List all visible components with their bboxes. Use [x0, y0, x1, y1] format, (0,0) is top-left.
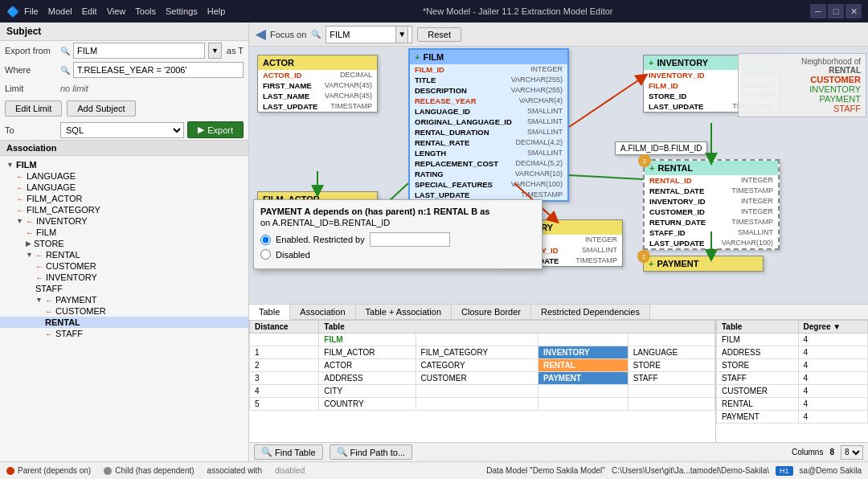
tab-closure-border[interactable]: Closure Border [452, 305, 531, 319]
col-table: Table [319, 321, 715, 334]
assoc-film[interactable]: ▼ FILM [0, 159, 248, 170]
film-field-title: TITLE VARCHAR(255) [410, 75, 567, 85]
bottom-right-table: Table Degree ▼ FILM 4 ADDRESS [715, 320, 868, 442]
neighborhood-staff: STAFF [743, 104, 861, 113]
main-layout: Subject Export from 🔍 ▼ as T Where 🔍 Lim… [0, 23, 868, 461]
add-subject-button[interactable]: Add Subject [67, 100, 135, 117]
diagram-area[interactable]: ACTOR ACTOR_ID DECIMAL FIRST_NAME VARCHA… [249, 47, 868, 304]
assoc-payment-l3[interactable]: ▼ ← PAYMENT [0, 294, 248, 305]
child-status: Child (has dependent) [104, 466, 194, 475]
cell-col4 [538, 334, 628, 346]
arrow-icon12: ← [45, 330, 53, 338]
enabled-label: Enabled. Restricted by [276, 235, 365, 244]
table-row[interactable]: 1 FILM_ACTOR FILM_CATEGORY INVENTORY LAN… [250, 346, 715, 359]
assoc-language2[interactable]: ← LANGUAGE [0, 182, 248, 193]
assoc-customer-l4[interactable]: ← CUSTOMER [0, 305, 248, 317]
assoc-inventory[interactable]: ▼ ← INVENTORY [0, 215, 248, 227]
rental-field-id: RENTAL_ID INTEGER [645, 175, 778, 186]
focus-dropdown[interactable]: ▼ [395, 26, 408, 43]
cell-col5 [628, 334, 714, 346]
table-row[interactable]: 3 ADDRESS CUSTOMER PAYMENT STAFF [250, 372, 715, 385]
menu-view[interactable]: View [107, 6, 126, 16]
where-input[interactable] [73, 62, 244, 78]
table-row[interactable]: 5 COUNTRY [250, 398, 715, 411]
disabled-label: disabled [275, 466, 305, 475]
title-bar-left: 🔷 File Model Edit View Tools Settings He… [6, 6, 225, 18]
export-button[interactable]: ▶ Export [187, 121, 244, 138]
focus-bar: ◀ Focus on 🔍 ▼ Reset [249, 23, 868, 47]
menu-tools[interactable]: Tools [135, 6, 156, 16]
neighborhood-inventory: INVENTORY [743, 84, 861, 94]
cell-degree: 4 [798, 334, 867, 346]
reset-button[interactable]: Reset [417, 27, 461, 42]
bottom-action-bar: 🔍 Find Table 🔍 Find Path to... Columns 8… [249, 442, 868, 461]
cell-table: ACTOR [319, 359, 416, 372]
assoc-language1[interactable]: ← LANGUAGE [0, 170, 248, 182]
to-select[interactable]: SQL [60, 122, 184, 138]
edit-limit-button[interactable]: Edit Limit [5, 100, 62, 117]
assoc-staff-l3[interactable]: STAFF [0, 283, 248, 294]
cell-dist: 3 [250, 372, 319, 385]
table-row[interactable]: 4 CITY [250, 385, 715, 398]
table-payment[interactable]: 2 + PAYMENT [643, 256, 764, 272]
menu-edit[interactable]: Edit [82, 6, 97, 16]
expand-icon: ▼ [6, 161, 14, 169]
bottom-content: Distance Table FILM [249, 320, 868, 442]
focus-input[interactable] [330, 30, 394, 39]
tab-association[interactable]: Association [290, 305, 355, 319]
table-rental[interactable]: 2 + RENTAL RENTAL_ID INTEGER RENTAL_DATE… [643, 159, 780, 250]
table-film[interactable]: + FILM FILM_ID INTEGER TITLE VARCHAR(255… [408, 48, 569, 202]
left-panel: Subject Export from 🔍 ▼ as T Where 🔍 Lim… [0, 23, 249, 461]
assoc-rental-l4[interactable]: RENTAL [0, 317, 248, 328]
cell-dist: 1 [250, 346, 319, 359]
cell-dist: 4 [250, 385, 319, 398]
inv-plus-icon: + [649, 58, 653, 68]
table-row[interactable]: CUSTOMER 4 [717, 385, 868, 398]
find-path-button[interactable]: 🔍 Find Path to... [330, 444, 412, 460]
table-row[interactable]: ADDRESS 4 [717, 346, 868, 359]
path-label: C:\Users\User\git\Ja...tamodel\Demo-Saki… [612, 466, 769, 475]
menu-file[interactable]: File [24, 6, 39, 16]
table-row[interactable]: 2 ACTOR CATEGORY RENTAL STORE [250, 359, 715, 372]
payment-dialog: PAYMENT A depends on (has parent) n:1 RE… [253, 199, 542, 269]
payment-header: + PAYMENT [644, 256, 763, 271]
assoc-store[interactable]: ▶ STORE [0, 238, 248, 249]
export-from-dropdown[interactable]: ▼ [208, 43, 222, 59]
table-row[interactable]: FILM [250, 334, 715, 346]
payment-dialog-title: PAYMENT A depends on (has parent) n:1 RE… [260, 207, 535, 216]
tab-restricted-dep[interactable]: Restricted Dependencies [531, 305, 650, 319]
maximize-button[interactable]: □ [828, 4, 844, 18]
cell-dist [250, 334, 319, 346]
enabled-radio[interactable] [260, 235, 271, 245]
table-row[interactable]: RENTAL 4 [717, 398, 868, 411]
table-row[interactable]: PAYMENT 4 [717, 411, 868, 424]
menu-settings[interactable]: Settings [166, 6, 198, 16]
restriction-input[interactable] [370, 232, 450, 247]
tab-table-association[interactable]: Table + Association [356, 305, 452, 319]
assoc-rental[interactable]: ▼ ← RENTAL [0, 249, 248, 260]
export-from-input[interactable] [73, 43, 205, 59]
assoc-inventory-l3[interactable]: ← INVENTORY [0, 272, 248, 283]
assoc-film-actor[interactable]: ← FILM_ACTOR [0, 193, 248, 204]
assoc-film-sub[interactable]: ← FILM [0, 227, 248, 238]
close-button[interactable]: ✕ [845, 4, 862, 18]
find-table-button[interactable]: 🔍 Find Table [254, 444, 323, 460]
table-row[interactable]: FILM 4 [717, 334, 868, 346]
tab-table[interactable]: Table [249, 305, 290, 320]
disabled-radio[interactable] [260, 249, 271, 260]
cell-col3 [416, 398, 538, 411]
minimize-button[interactable]: ─ [810, 4, 826, 18]
columns-select[interactable]: 8 [841, 445, 863, 460]
assoc-film-category[interactable]: ← FILM_CATEGORY [0, 204, 248, 215]
back-arrow[interactable]: ◀ [256, 27, 265, 42]
film-field-rent-dur: RENTAL_DURATION SMALLINT [410, 127, 567, 137]
menu-model[interactable]: Model [48, 6, 72, 16]
table-actor[interactable]: ACTOR ACTOR_ID DECIMAL FIRST_NAME VARCHA… [257, 55, 378, 113]
table-row[interactable]: STAFF 4 [717, 372, 868, 385]
menu-help[interactable]: Help [207, 6, 226, 16]
assoc-customer-l3[interactable]: ← CUSTOMER [0, 260, 248, 272]
assoc-staff-l4[interactable]: ← STAFF [0, 328, 248, 339]
enabled-radio-row: Enabled. Restricted by [260, 232, 535, 247]
export-play-icon: ▶ [198, 125, 204, 135]
table-row[interactable]: STORE 4 [717, 359, 868, 372]
